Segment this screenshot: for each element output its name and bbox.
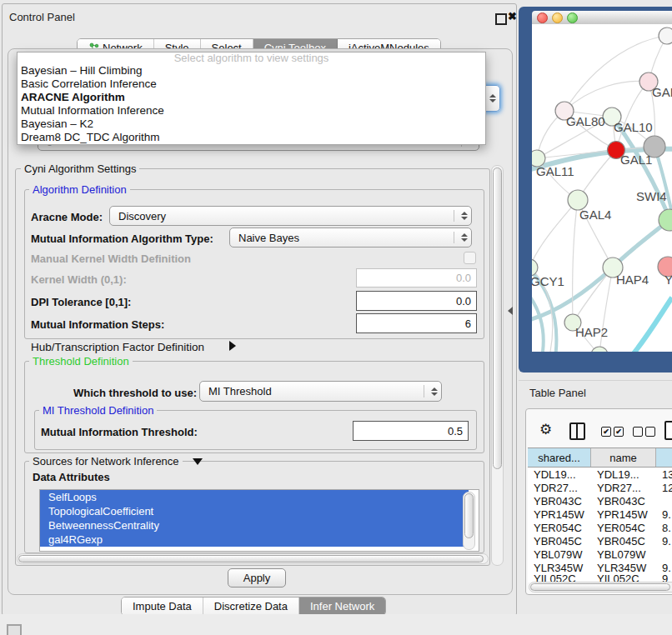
cell-value[interactable]: 9.	[656, 562, 672, 574]
export-table-icon[interactable]	[664, 421, 672, 440]
cell-shared-name[interactable]: YBR043C	[528, 495, 591, 508]
float-panel-icon[interactable]	[495, 13, 507, 25]
table-row[interactable]: YBL079W YBL079W	[528, 548, 672, 561]
panel-splitter-handle[interactable]	[508, 307, 513, 315]
cell-shared-name[interactable]: YDL19...	[528, 468, 591, 481]
zoom-window-icon[interactable]	[567, 12, 578, 23]
dropdown-item-mutual-information[interactable]: Mutual Information Inference	[18, 104, 485, 118]
minimize-window-icon[interactable]	[552, 12, 563, 23]
node-label-gal: GAL	[652, 85, 672, 99]
tab-impute-data[interactable]: Impute Data	[122, 598, 203, 615]
cell-name[interactable]: YDR27...	[591, 482, 656, 494]
table-row[interactable]: YPR145W YPR145W 9.	[528, 508, 672, 521]
node-label-gcy1: GCY1	[532, 274, 564, 288]
column-header-clipped[interactable]: A	[656, 448, 672, 467]
cell-value[interactable]: 9.	[656, 535, 672, 548]
node-gcy1[interactable]	[532, 259, 538, 276]
column-header-name[interactable]: name	[591, 448, 656, 467]
dropdown-item-bayesian-k2[interactable]: Bayesian – K2	[18, 118, 485, 131]
cell-name[interactable]: YBR043C	[591, 495, 656, 508]
expander-expanded-icon[interactable]	[193, 458, 203, 465]
dropdown-item-bayesian-hill-climbing[interactable]: Bayesian – Hill Climbing	[18, 64, 485, 78]
list-scrollbar-thumb[interactable]	[464, 493, 474, 538]
cell-name[interactable]: YBL079W	[591, 548, 656, 561]
table-horizontal-scrollbar-thumb[interactable]	[530, 583, 670, 591]
select-all-checked-icon2[interactable]: ✔	[614, 427, 624, 437]
list-item-selfloops[interactable]: SelfLoops	[40, 490, 469, 504]
cell-shared-name[interactable]: YPR145W	[528, 508, 591, 521]
settings-horizontal-scrollbar-thumb[interactable]	[18, 555, 484, 562]
cell-value[interactable]: 12	[656, 482, 672, 494]
deselect-all-icon2[interactable]	[645, 427, 655, 437]
apply-button[interactable]: Apply	[228, 568, 286, 588]
dropdown-item-dream8[interactable]: Dream8 DC_TDC Algorithm	[18, 131, 485, 144]
columns-icon[interactable]	[569, 422, 585, 440]
manual-kernel-width-label: Manual Kernel Width Definition	[31, 252, 191, 265]
which-threshold-combobox[interactable]: MI Threshold	[199, 381, 442, 402]
dpi-tolerance-field[interactable]: 0.0	[356, 291, 477, 311]
manual-kernel-width-checkbox[interactable]	[464, 252, 476, 264]
deselect-all-icon[interactable]	[633, 427, 643, 437]
data-attributes-list: SelfLoops TopologicalCoefficient Between…	[39, 489, 479, 552]
close-panel-icon[interactable]: ✖	[508, 10, 517, 22]
list-item-gal4rgexp[interactable]: gal4RGexp	[40, 532, 469, 547]
node-label-gal11: GAL11	[536, 164, 574, 178]
settings-horizontal-scrollbar[interactable]	[17, 553, 489, 564]
mi-threshold-label: Mutual Information Threshold:	[41, 426, 198, 438]
mi-algorithm-type-combobox[interactable]: Naive Bayes	[229, 228, 472, 248]
combobox-spinner-icon	[431, 388, 438, 396]
cyni-algorithm-settings-legend: Cyni Algorithm Settings	[21, 162, 139, 175]
network-window-titlebar[interactable]	[532, 11, 672, 25]
table-row[interactable]: YDL19... YDL19... 13	[528, 468, 672, 481]
node-unlabeled-top[interactable]	[659, 28, 672, 44]
table-row[interactable]: YER054C YER054C 8.	[528, 521, 672, 534]
cell-shared-name[interactable]: YBL079W	[528, 548, 591, 561]
list-item-betweennesscentrality[interactable]: BetweennessCentrality	[40, 518, 469, 532]
cyni-bottom-tabbar: Impute Data Discretize Data Infer Networ…	[121, 597, 386, 616]
table-horizontal-scrollbar[interactable]	[529, 582, 672, 592]
cell-shared-name[interactable]: YBR045C	[528, 535, 591, 548]
combobox-spinner-icon	[461, 212, 468, 220]
node-attribute-table: shared... name A YDL19... YDL19... 13 YD…	[528, 448, 672, 582]
cell-name[interactable]: YER054C	[591, 522, 656, 534]
aracne-mode-combobox[interactable]: Discovery	[109, 206, 472, 226]
kernel-width-field[interactable]: 0.0	[356, 268, 477, 288]
cell-value[interactable]: 9.	[656, 508, 672, 521]
cell-shared-name[interactable]: YER054C	[528, 522, 591, 534]
cell-value[interactable]: 13	[656, 468, 672, 481]
gear-icon[interactable]: ⚙	[539, 421, 552, 438]
tab-discretize-data[interactable]: Discretize Data	[203, 598, 299, 615]
cell-value[interactable]: 8.	[656, 522, 672, 534]
table-row[interactable]: YDR27... YDR27... 12	[528, 481, 672, 494]
combobox-spinner-icon	[461, 233, 468, 242]
mi-steps-field[interactable]: 6	[356, 313, 477, 333]
tab-discretize-data-label: Discretize Data	[214, 600, 288, 612]
cell-name[interactable]: YDL19...	[591, 468, 656, 481]
settings-vertical-scrollbar-thumb[interactable]	[493, 168, 502, 469]
collapsed-panel-icon[interactable]	[7, 624, 22, 635]
list-item-topologicalcoefficient[interactable]: TopologicalCoefficient	[40, 504, 469, 518]
select-all-checked-icon[interactable]: ✔	[601, 427, 611, 437]
algorithm-definition-legend: Algorithm Definition	[29, 183, 130, 196]
cell-name[interactable]: YPR145W	[591, 508, 656, 521]
cell-shared-name[interactable]: YLR345W	[528, 562, 591, 574]
column-header-shared-name[interactable]: shared...	[528, 448, 591, 467]
cell-name[interactable]: YBR045C	[591, 535, 656, 548]
threshold-definition-legend: Threshold Definition	[29, 355, 133, 368]
dropdown-item-aracne[interactable]: ARACNE Algorithm	[18, 91, 485, 104]
close-window-icon[interactable]	[537, 12, 548, 23]
network-canvas[interactable]: GAL GAL80 GAL10 GAL1 GAL11 GAL4 SWI4 GCY…	[532, 24, 672, 352]
mi-threshold-legend: MI Threshold Definition	[39, 404, 157, 417]
table-row[interactable]: YBR045C YBR045C 9.	[528, 534, 672, 548]
settings-vertical-scrollbar[interactable]	[491, 165, 504, 566]
dropdown-item-basic-correlation[interactable]: Basic Correlation Inference	[18, 78, 485, 91]
table-row[interactable]: YLR345W YLR345W 9.	[528, 561, 672, 574]
expander-collapsed-icon[interactable]	[229, 341, 236, 351]
table-row[interactable]: YBR043C YBR043C	[528, 494, 672, 508]
cell-shared-name[interactable]: YDR27...	[528, 482, 591, 494]
mi-threshold-field[interactable]: 0.5	[353, 421, 469, 441]
list-scrollbar[interactable]	[463, 492, 475, 550]
tab-infer-network[interactable]: Infer Network	[299, 598, 385, 615]
cell-name[interactable]: YLR345W	[591, 562, 656, 574]
node-unlabeled-bottom[interactable]	[591, 347, 608, 352]
